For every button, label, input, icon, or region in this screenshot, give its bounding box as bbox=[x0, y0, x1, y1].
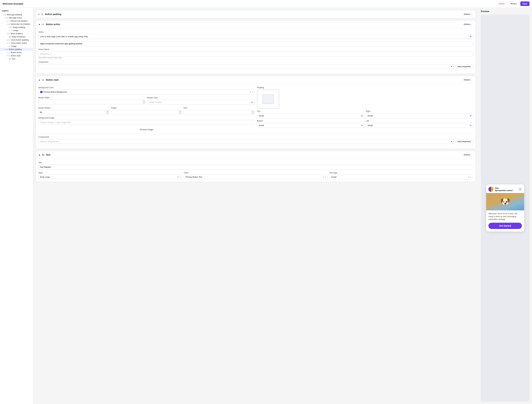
panel-title: Button style bbox=[46, 79, 59, 81]
stepper-down-icon[interactable]: ▼ bbox=[251, 112, 254, 114]
sidebar-item-button-padding[interactable]: ▾ ⊡ Button padding bbox=[0, 48, 33, 51]
sidebar-item-button-style[interactable]: ▾ ⊡ Button style bbox=[0, 54, 33, 57]
padding-inner bbox=[263, 94, 273, 104]
chevron-icon: ▾ bbox=[7, 33, 8, 35]
chevron-icon: ▾ bbox=[7, 52, 8, 53]
stepper-up-icon[interactable]: ▲ bbox=[106, 110, 109, 112]
main-content: ▾ ⊡ Button padding Actions ▾ ▲ ⊙ Button … bbox=[33, 8, 478, 404]
layer-label: Message padding bbox=[7, 13, 22, 16]
collapse-button[interactable]: ▲ bbox=[38, 154, 40, 156]
padding-right-value: Small bbox=[368, 114, 373, 117]
add-component-button[interactable]: Add component bbox=[455, 64, 473, 69]
bg-image-input[interactable] bbox=[38, 120, 254, 125]
chevron-icon: ▾ bbox=[7, 23, 8, 25]
url-input[interactable] bbox=[38, 41, 473, 46]
color-value: Primary Button Text bbox=[186, 176, 322, 178]
sidebar-item-image-padding[interactable]: ▾ ⊡ Image padding bbox=[0, 26, 33, 29]
sidebar-item-button-action[interactable]: ▾ ⊙ Button action bbox=[0, 51, 33, 54]
padding-bottom-select[interactable]: Small ▾ bbox=[257, 123, 364, 128]
add-component-button[interactable]: Add component bbox=[455, 139, 473, 144]
border-width-stepper: ▲ ▼ bbox=[142, 100, 145, 104]
sidebar-item-horizontal-list[interactable]: ▾ ⊞ Horizontal List (hidden) bbox=[0, 23, 33, 26]
delete-button[interactable]: Delete bbox=[496, 1, 507, 6]
text-actions-btn[interactable]: Actions ▾ bbox=[462, 153, 473, 157]
preview-panel: Preview Hey $properties.name! ✕ bbox=[478, 8, 532, 404]
stepper-up-icon[interactable]: ▲ bbox=[143, 100, 145, 102]
sidebar-item-image-2[interactable]: ⊟ Image bbox=[0, 45, 33, 48]
sidebar-item-body-markdown[interactable]: Aa Body markdown bbox=[0, 35, 33, 38]
components-field-group: Components Search components... ▾ Add co… bbox=[38, 136, 473, 144]
sidebar-item-block[interactable]: ▾ ⊡ Block (hidden) bbox=[0, 32, 33, 35]
close-icon: ✕ bbox=[519, 188, 521, 190]
text-body: Text Style Body Large ✕ ▾ Color bbox=[36, 159, 476, 182]
card-cta-button[interactable]: Get Started bbox=[488, 223, 522, 229]
button-padding-actions-btn[interactable]: Actions ▾ bbox=[462, 12, 473, 16]
padding-top-select[interactable]: Small ▾ bbox=[257, 113, 364, 118]
card-image: 🐶 bbox=[486, 193, 524, 210]
card-close-button[interactable]: ✕ bbox=[519, 188, 522, 191]
stepper-down-icon[interactable]: ▼ bbox=[143, 102, 145, 104]
button-action-header: ▲ ⊙ Button action Actions ▾ bbox=[36, 20, 476, 28]
panel-icon: ⊡ bbox=[42, 78, 45, 82]
sidebar-item-vertical-list[interactable]: ▾ ≡ Vertical List (hidden) bbox=[0, 19, 33, 23]
choose-image-button[interactable]: Choose image bbox=[38, 127, 254, 132]
sidebar-item-close-button-padding[interactable]: ▾ ⊡ Close button padding bbox=[0, 38, 33, 42]
collapse-button[interactable]: ▲ bbox=[38, 79, 40, 81]
sidebar-item-close-button-action[interactable]: ▾ ⊙ Close button action bbox=[0, 42, 33, 45]
text-input[interactable] bbox=[38, 164, 473, 170]
layer-label: Vertical List (hidden) bbox=[10, 20, 27, 22]
padding-left-select[interactable]: Small ▾ bbox=[366, 123, 473, 128]
sidebar-item-message-padding[interactable]: ▾ ⊡ Message padding bbox=[0, 13, 33, 16]
revert-button[interactable]: Revert bbox=[508, 1, 519, 6]
clear-icon[interactable]: ✕ bbox=[468, 176, 470, 178]
layer-icon: ⊡ bbox=[10, 26, 12, 28]
layer-label: Image bbox=[11, 45, 16, 47]
stepper-up-icon[interactable]: ▲ bbox=[251, 110, 254, 112]
sidebar-item-image-1[interactable]: ⊟ Image bbox=[0, 29, 33, 32]
border-color-select[interactable]: Select a color... ▾ bbox=[147, 100, 254, 105]
layer-label: Button padding bbox=[9, 48, 22, 50]
component-select[interactable]: ▾ bbox=[38, 64, 454, 69]
chevron-icon: ▾ bbox=[3, 14, 4, 16]
button-style-actions-btn[interactable]: Actions ▾ bbox=[462, 78, 473, 82]
border-radius-input[interactable] bbox=[39, 110, 106, 114]
layer-icon: ≡ bbox=[8, 20, 9, 22]
clear-icon[interactable]: ✕ bbox=[323, 176, 324, 178]
stepper-down-icon[interactable]: ▼ bbox=[106, 112, 109, 114]
button-action-actions-btn[interactable]: Actions ▾ bbox=[462, 22, 473, 26]
stepper-up-icon[interactable]: ▲ bbox=[179, 110, 182, 112]
height-input-wrap: ▲ ▼ bbox=[111, 110, 182, 114]
collapse-button[interactable]: ▾ bbox=[38, 13, 39, 15]
style-select[interactable]: Body Large ✕ ▾ bbox=[38, 175, 182, 179]
text-color-select[interactable]: Primary Button Text ✕ ▾ bbox=[184, 175, 328, 179]
action-label: Action bbox=[38, 31, 473, 33]
button-style-header: ▲ ⊡ Button style Actions ▾ bbox=[36, 76, 476, 84]
stepper-down-icon[interactable]: ▼ bbox=[179, 112, 182, 114]
action-value: Link to web page (new tab) or mobile app… bbox=[40, 35, 88, 38]
components-select[interactable]: Search components... ▾ bbox=[38, 139, 454, 144]
layer-label: Button style bbox=[11, 55, 21, 57]
panel-title: Button padding bbox=[45, 13, 61, 15]
layer-label: Image padding bbox=[13, 26, 25, 28]
url-field-group bbox=[38, 41, 473, 46]
border-width-input-wrap: ▲ ▼ bbox=[38, 100, 146, 104]
padding-right-select[interactable]: Small ▾ bbox=[366, 113, 473, 118]
action-dropdown[interactable]: Link to web page (new tab) or mobile app… bbox=[38, 34, 473, 39]
action-name-input[interactable] bbox=[38, 51, 473, 56]
flex-input[interactable] bbox=[184, 110, 251, 114]
bg-color-select[interactable]: Primary Button Background ✕ ▾ bbox=[38, 90, 254, 94]
color-field-group: Color Primary Button Text ✕ ▾ bbox=[184, 172, 328, 179]
text-align-select[interactable]: Center ✕ ▾ bbox=[329, 175, 473, 179]
panel-header-left: ▲ ⊙ Button action bbox=[38, 23, 60, 26]
clear-icon[interactable]: ✕ bbox=[177, 176, 179, 178]
border-width-input[interactable] bbox=[39, 100, 142, 104]
height-input[interactable] bbox=[111, 110, 178, 114]
component-row: ▾ Add component bbox=[38, 64, 473, 69]
collapse-button[interactable]: ▲ bbox=[38, 23, 40, 25]
save-button[interactable]: Save bbox=[520, 1, 530, 6]
sidebar-item-message-frame[interactable]: ▾ ⊡ Message frame bbox=[0, 16, 33, 19]
color-clear-icon[interactable]: ✕ bbox=[249, 91, 251, 93]
sidebar-item-text[interactable]: Aa Text bbox=[0, 57, 33, 60]
chevron-icon: ▾ bbox=[7, 55, 8, 57]
layer-label: Horizontal List (hidden) bbox=[11, 23, 30, 25]
